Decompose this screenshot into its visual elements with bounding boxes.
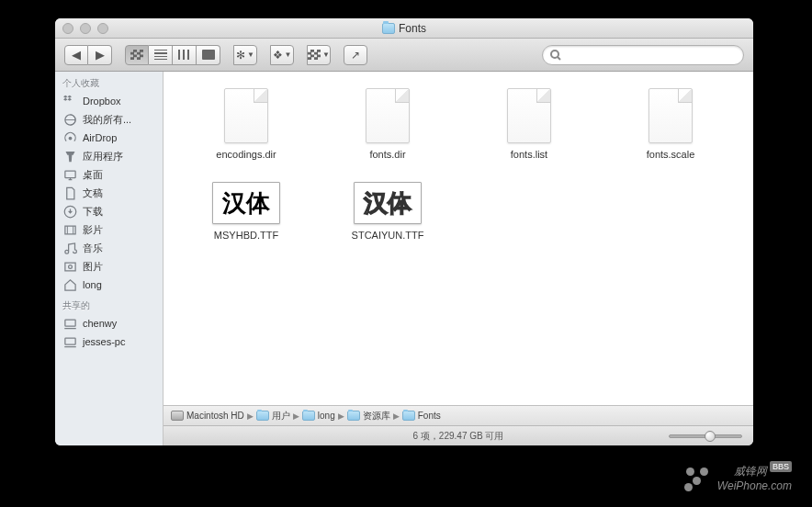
dropbox-button[interactable]: ❖▼ <box>270 45 294 65</box>
file-item[interactable]: encodings.dir <box>180 88 312 160</box>
music-icon <box>62 241 77 255</box>
main-area: encodings.dirfonts.dirfonts.listfonts.sc… <box>164 72 753 445</box>
sidebar-item-label: 我的所有... <box>83 113 131 127</box>
watermark-logo <box>684 466 710 491</box>
grid-icon <box>130 50 143 60</box>
content-area[interactable]: encodings.dirfonts.dirfonts.listfonts.sc… <box>164 72 753 405</box>
dropbox-group: ❖▼ <box>270 45 294 65</box>
path-separator-icon: ▶ <box>247 411 254 421</box>
search-field[interactable] <box>542 45 744 65</box>
sidebar-item-computer[interactable]: chenwy <box>55 314 163 332</box>
svg-point-0 <box>551 51 558 58</box>
action-button[interactable]: ✻▼ <box>233 45 257 65</box>
sidebar-item-label: chenwy <box>83 318 117 329</box>
file-item[interactable]: fonts.scale <box>604 88 737 160</box>
slider-thumb[interactable] <box>705 431 716 442</box>
sidebar-item-dropbox[interactable]: Dropbox <box>55 92 163 110</box>
forward-button[interactable]: ▶ <box>88 45 112 65</box>
sidebar-item-label: 影片 <box>83 223 103 237</box>
watermark-badge: BBS <box>770 461 792 472</box>
file-label: encodings.dir <box>216 149 276 160</box>
home-icon <box>62 277 77 292</box>
file-item[interactable]: fonts.list <box>463 88 595 160</box>
path-label: 资源库 <box>363 410 390 422</box>
path-item[interactable]: Fonts <box>402 411 441 421</box>
desktop-icon <box>62 167 77 182</box>
share-icon: ↗ <box>351 49 360 62</box>
sidebar-item-label: Dropbox <box>83 96 121 107</box>
folder-icon <box>302 411 315 421</box>
file-item[interactable]: 汉体MSYHBD.TTF <box>180 182 312 241</box>
coverflow-view-button[interactable] <box>197 45 220 65</box>
titlebar[interactable]: Fonts <box>55 18 753 39</box>
list-view-button[interactable] <box>149 45 173 65</box>
window-title: Fonts <box>382 22 426 35</box>
svg-rect-9 <box>64 320 74 326</box>
cover-icon <box>202 50 215 60</box>
sidebar-item-label: long <box>83 279 102 290</box>
movies-icon <box>62 222 77 237</box>
column-view-button[interactable] <box>173 45 197 65</box>
path-separator-icon: ▶ <box>393 411 400 421</box>
column-icon <box>178 50 191 60</box>
sidebar-item-pictures[interactable]: 图片 <box>55 257 163 276</box>
file-label: MSYHBD.TTF <box>214 230 278 241</box>
traffic-lights <box>62 23 108 34</box>
share-button[interactable]: ↗ <box>344 45 367 65</box>
svg-point-8 <box>68 265 72 268</box>
zoom-button[interactable] <box>97 23 108 34</box>
svg-line-1 <box>558 57 560 60</box>
minimize-button[interactable] <box>80 23 91 34</box>
view-buttons <box>125 45 220 65</box>
file-item[interactable]: 汉体STCAIYUN.TTF <box>321 182 454 241</box>
all-files-icon <box>62 112 77 127</box>
icon-size-slider[interactable] <box>669 434 742 438</box>
svg-rect-6 <box>64 226 74 234</box>
search-icon <box>550 50 561 61</box>
font-icon: 汉体 <box>212 182 280 224</box>
path-item[interactable]: long <box>302 411 335 421</box>
action-group: ✻▼ <box>233 45 257 65</box>
document-icon <box>366 88 410 143</box>
dropbox-icon: ❖ <box>273 49 283 62</box>
folder-icon <box>256 411 269 421</box>
status-text: 6 项，229.47 GB 可用 <box>413 430 504 443</box>
sidebar-item-applications[interactable]: 应用程序 <box>55 147 163 165</box>
path-item[interactable]: 资源库 <box>347 410 390 422</box>
path-item[interactable]: 用户 <box>256 410 290 422</box>
sidebar-item-label: 图片 <box>83 260 103 274</box>
back-button[interactable]: ◀ <box>64 45 88 65</box>
sidebar-item-label: jesses-pc <box>83 336 125 347</box>
icon-view-button[interactable] <box>125 45 149 65</box>
arrange-button[interactable]: ▼ <box>307 45 331 65</box>
folder-icon <box>347 411 360 421</box>
font-icon: 汉体 <box>354 182 422 224</box>
sidebar-item-label: 音乐 <box>83 242 103 255</box>
path-bar: Macintosh HD▶用户▶long▶资源库▶Fonts <box>164 405 753 425</box>
computer-icon <box>62 316 77 331</box>
sidebar-item-music[interactable]: 音乐 <box>55 239 163 257</box>
chevron-down-icon: ▼ <box>285 51 292 59</box>
sidebar-item-movies[interactable]: 影片 <box>55 220 163 239</box>
sidebar-item-label: AirDrop <box>83 132 117 143</box>
applications-icon <box>62 149 77 163</box>
file-grid: encodings.dirfonts.dirfonts.listfonts.sc… <box>180 88 737 241</box>
sidebar-item-airdrop[interactable]: AirDrop <box>55 129 163 147</box>
path-label: 用户 <box>272 410 290 422</box>
search-input[interactable] <box>566 50 731 61</box>
toolbar: ◀ ▶ ✻▼ ❖▼ ▼ ↗ <box>55 39 753 72</box>
chevron-down-icon: ▼ <box>247 51 254 59</box>
finder-window: Fonts ◀ ▶ ✻▼ ❖▼ ▼ ↗ 个人收藏 <box>55 18 753 445</box>
sidebar-item-all-files[interactable]: 我的所有... <box>55 110 163 129</box>
sidebar-item-documents[interactable]: 文稿 <box>55 184 163 202</box>
sidebar-item-home[interactable]: long <box>55 276 163 294</box>
sidebar-item-desktop[interactable]: 桌面 <box>55 165 163 184</box>
slider-track <box>669 434 742 438</box>
path-item[interactable]: Macintosh HD <box>171 411 244 421</box>
file-item[interactable]: fonts.dir <box>321 88 454 160</box>
pictures-icon <box>62 259 77 274</box>
close-button[interactable] <box>62 23 73 34</box>
file-label: fonts.scale <box>647 149 695 160</box>
sidebar-item-computer[interactable]: jesses-pc <box>55 332 163 351</box>
sidebar-item-downloads[interactable]: 下载 <box>55 202 163 220</box>
